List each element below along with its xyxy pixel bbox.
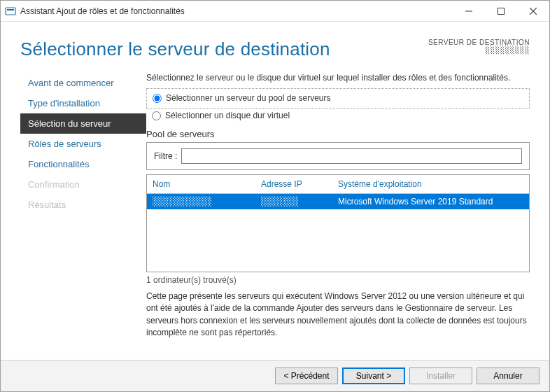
step-confirmation: Confirmation [20, 174, 146, 195]
step-before-you-begin[interactable]: Avant de commencer [20, 73, 146, 93]
close-button[interactable] [517, 1, 549, 22]
step-server-roles[interactable]: Rôles de serveurs [20, 134, 146, 154]
radio-server-pool-label: Sélectionner un serveur du pool de serve… [166, 93, 330, 103]
wizard-window: Assistant Ajout de rôles et de fonctionn… [0, 0, 550, 392]
main-panel: Sélectionnez le serveur ou le disque dur… [146, 66, 530, 360]
wizard-body: Avant de commencer Type d'installation S… [1, 66, 549, 360]
destination-label: SERVEUR DE DESTINATION [428, 38, 530, 46]
step-server-selection[interactable]: Sélection du serveur [20, 113, 146, 134]
col-header-name[interactable]: Nom [147, 175, 255, 193]
next-button[interactable]: Suivant > [342, 368, 405, 384]
install-button: Installer [409, 368, 472, 384]
filter-input[interactable] [181, 148, 522, 164]
maximize-button[interactable] [485, 1, 517, 22]
wizard-footer: < Précédent Suivant > Installer Annuler [1, 360, 549, 391]
wizard-steps: Avant de commencer Type d'installation S… [20, 66, 146, 360]
selection-mode-group: Sélectionner un serveur du pool de serve… [146, 88, 530, 109]
minimize-button[interactable] [453, 1, 485, 22]
svg-rect-3 [498, 8, 505, 14]
col-header-os[interactable]: Système d'exploitation [332, 175, 529, 193]
cell-os: Microsoft Windows Server 2019 Standard [332, 194, 529, 209]
col-header-ip[interactable]: Adresse IP [255, 175, 332, 193]
table-row[interactable]: ░░░░░░░░░░░ ░░░░░░░ Microsoft Windows Se… [147, 194, 529, 209]
pool-section-label: Pool de serveurs [146, 129, 530, 139]
window-title: Assistant Ajout de rôles et de fonctionn… [20, 6, 453, 16]
titlebar: Assistant Ajout de rôles et de fonctionn… [1, 1, 549, 22]
filter-box: Filtre : [146, 142, 530, 170]
step-results: Résultats [20, 195, 146, 215]
step-installation-type[interactable]: Type d'installation [20, 93, 146, 113]
page-header: Sélectionner le serveur de destination S… [1, 22, 549, 66]
radio-server-pool-input[interactable] [153, 94, 162, 103]
intro-text: Sélectionnez le serveur ou le disque dur… [146, 73, 530, 83]
previous-button[interactable]: < Précédent [275, 368, 338, 384]
table-body[interactable]: ░░░░░░░░░░░ ░░░░░░░ Microsoft Windows Se… [147, 194, 529, 272]
computers-found: 1 ordinateur(s) trouvé(s) [146, 275, 530, 285]
destination-server-label: SERVEUR DE DESTINATION ░░░░░░░░░ [428, 38, 530, 54]
app-icon [5, 6, 16, 17]
radio-vhd[interactable]: Sélectionner un disque dur virtuel [146, 109, 530, 122]
radio-vhd-label: Sélectionner un disque dur virtuel [165, 111, 290, 120]
table-header: Nom Adresse IP Système d'exploitation [147, 175, 529, 194]
svg-rect-1 [7, 9, 14, 10]
radio-vhd-input[interactable] [152, 111, 161, 120]
cell-name: ░░░░░░░░░░░ [147, 194, 255, 209]
radio-server-pool[interactable]: Sélectionner un serveur du pool de serve… [153, 92, 523, 104]
page-title: Sélectionner le serveur de destination [20, 38, 330, 60]
cell-ip: ░░░░░░░ [255, 194, 332, 209]
server-table: Nom Adresse IP Système d'exploitation ░░… [146, 174, 530, 272]
svg-rect-0 [6, 8, 15, 15]
description-text: Cette page présente les serveurs qui exé… [146, 290, 530, 340]
destination-server-name: ░░░░░░░░░ [428, 46, 530, 54]
step-features[interactable]: Fonctionnalités [20, 154, 146, 174]
filter-row: Filtre : [147, 143, 529, 169]
filter-label: Filtre : [154, 151, 177, 161]
cancel-button[interactable]: Annuler [477, 368, 540, 384]
